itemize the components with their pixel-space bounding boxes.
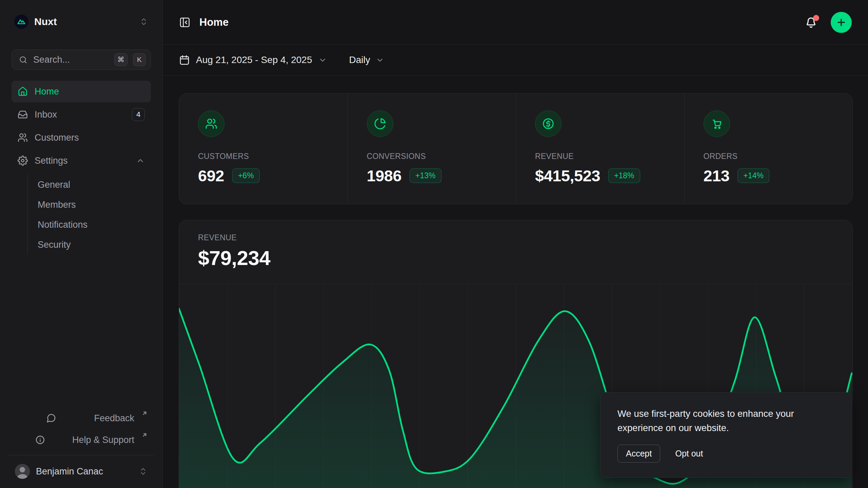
sidebar-item-inbox[interactable]: Inbox 4 bbox=[12, 104, 151, 125]
sidebar-item-customers[interactable]: Customers bbox=[12, 127, 151, 148]
sidebar-item-settings[interactable]: Settings bbox=[12, 150, 151, 171]
chevron-down-icon bbox=[376, 56, 384, 64]
stat-value: 692 bbox=[198, 166, 224, 185]
chevrons-up-down-icon bbox=[139, 17, 148, 26]
sidebar-item-security[interactable]: Security bbox=[38, 235, 151, 255]
stat-delta-badge: +13% bbox=[410, 168, 441, 183]
stat-delta-badge: +14% bbox=[737, 168, 769, 183]
dollar-circle-icon bbox=[535, 110, 561, 137]
subnav-label: General bbox=[38, 180, 70, 190]
external-link-icon bbox=[142, 432, 147, 438]
search-icon bbox=[19, 55, 28, 64]
stat-delta-badge: +6% bbox=[232, 168, 260, 183]
sidebar-item-label: Customers bbox=[35, 133, 145, 143]
cart-icon bbox=[704, 110, 730, 137]
opt-out-button[interactable]: Opt out bbox=[675, 445, 703, 462]
notifications-button[interactable] bbox=[805, 16, 817, 28]
pie-chart-icon bbox=[367, 110, 393, 137]
sidebar-divider bbox=[8, 455, 154, 455]
settings-subnav: General Members Notifications Security bbox=[27, 175, 151, 255]
user-name: Benjamin Canac bbox=[36, 466, 133, 477]
sidebar-item-notifications[interactable]: Notifications bbox=[38, 215, 151, 235]
users-icon bbox=[18, 133, 28, 143]
sidebar-footer-links: Feedback Help & Support bbox=[12, 409, 151, 455]
feedback-link[interactable]: Feedback bbox=[12, 409, 151, 427]
sidebar-item-label: Home bbox=[35, 86, 145, 97]
filters-toolbar: Aug 21, 2025 - Sep 4, 2025 Daily bbox=[163, 45, 868, 76]
notification-dot bbox=[813, 15, 819, 21]
add-button[interactable] bbox=[831, 12, 852, 33]
granularity-select[interactable]: Daily bbox=[349, 55, 384, 65]
kbd-meta: ⌘ bbox=[114, 53, 127, 66]
granularity-value: Daily bbox=[349, 55, 370, 65]
subnav-label: Notifications bbox=[38, 220, 87, 230]
home-icon bbox=[18, 86, 28, 97]
sidebar-item-label: Settings bbox=[35, 156, 129, 166]
sidebar-nav: Home Inbox 4 Customers Settings General … bbox=[12, 81, 151, 255]
date-range-picker[interactable]: Aug 21, 2025 - Sep 4, 2025 bbox=[179, 55, 327, 65]
sidebar-spacer bbox=[12, 255, 151, 409]
cookie-actions: Accept Opt out bbox=[617, 445, 834, 463]
sidebar-item-label: Inbox bbox=[35, 109, 125, 120]
stat-card-customers[interactable]: CUSTOMERS 692 +6% bbox=[179, 94, 348, 204]
user-menu[interactable]: Benjamin Canac bbox=[12, 460, 151, 483]
accept-button[interactable]: Accept bbox=[617, 445, 660, 463]
search-placeholder: Search... bbox=[33, 55, 109, 65]
panel-left-close-icon bbox=[179, 17, 191, 28]
main-panel: Home Aug 21, 2025 - Sep 4, 2025 Daily bbox=[163, 0, 868, 488]
stat-label: CUSTOMERS bbox=[198, 152, 329, 161]
info-circle-icon bbox=[15, 435, 65, 445]
feedback-label: Feedback bbox=[94, 413, 134, 424]
revenue-chart-header: REVENUE $79,234 bbox=[179, 220, 852, 270]
cookie-message: We use first-party cookies to enhance yo… bbox=[617, 407, 834, 435]
revenue-chart-label: REVENUE bbox=[198, 233, 833, 242]
page-header: Home bbox=[163, 0, 868, 45]
avatar bbox=[15, 464, 30, 479]
plus-icon bbox=[836, 17, 847, 28]
inbox-icon bbox=[18, 109, 28, 120]
sidebar-collapse-button[interactable] bbox=[179, 17, 191, 28]
inbox-count-badge: 4 bbox=[132, 108, 145, 121]
help-support-label: Help & Support bbox=[72, 435, 134, 445]
stat-value: 213 bbox=[704, 166, 730, 185]
brand-name: Nuxt bbox=[34, 16, 134, 27]
subnav-label: Security bbox=[38, 240, 71, 250]
sidebar-item-home[interactable]: Home bbox=[12, 81, 151, 102]
cookie-consent-toast: We use first-party cookies to enhance yo… bbox=[600, 392, 852, 478]
message-circle-icon bbox=[15, 413, 87, 423]
stat-value: 1986 bbox=[367, 166, 402, 185]
help-support-link[interactable]: Help & Support bbox=[12, 431, 151, 449]
stat-delta-badge: +18% bbox=[608, 168, 640, 183]
nuxt-logo-icon bbox=[14, 15, 28, 29]
stat-label: ORDERS bbox=[704, 152, 834, 161]
search-input[interactable]: Search... ⌘ K bbox=[12, 49, 151, 70]
dashboard-content: CUSTOMERS 692 +6% CONVERSIONS 1986 +13% bbox=[163, 76, 868, 488]
stat-label: REVENUE bbox=[535, 152, 665, 161]
sidebar: Nuxt Search... ⌘ K Home Inbox 4 Customer… bbox=[0, 0, 163, 488]
revenue-chart-value: $79,234 bbox=[198, 246, 833, 270]
page-title: Home bbox=[199, 16, 229, 28]
gear-icon bbox=[18, 156, 28, 166]
stats-row: CUSTOMERS 692 +6% CONVERSIONS 1986 +13% bbox=[179, 93, 853, 204]
stat-value: $415,523 bbox=[535, 166, 600, 185]
users-icon bbox=[198, 110, 224, 137]
kbd-k: K bbox=[133, 53, 146, 66]
stat-label: CONVERSIONS bbox=[367, 152, 497, 161]
sidebar-item-general[interactable]: General bbox=[38, 175, 151, 195]
stat-card-orders[interactable]: ORDERS 213 +14% bbox=[684, 94, 853, 204]
stat-card-conversions[interactable]: CONVERSIONS 1986 +13% bbox=[348, 94, 516, 204]
chevron-down-icon bbox=[318, 56, 327, 64]
chevron-up-icon bbox=[136, 156, 145, 165]
calendar-icon bbox=[179, 55, 190, 65]
stat-card-revenue[interactable]: REVENUE $415,523 +18% bbox=[516, 94, 684, 204]
header-actions bbox=[805, 12, 852, 33]
chevrons-up-down-icon bbox=[139, 467, 147, 476]
date-range-value: Aug 21, 2025 - Sep 4, 2025 bbox=[196, 55, 312, 65]
subnav-label: Members bbox=[38, 200, 76, 210]
external-link-icon bbox=[142, 410, 147, 416]
workspace-switcher[interactable]: Nuxt bbox=[12, 8, 151, 35]
sidebar-item-members[interactable]: Members bbox=[38, 195, 151, 215]
